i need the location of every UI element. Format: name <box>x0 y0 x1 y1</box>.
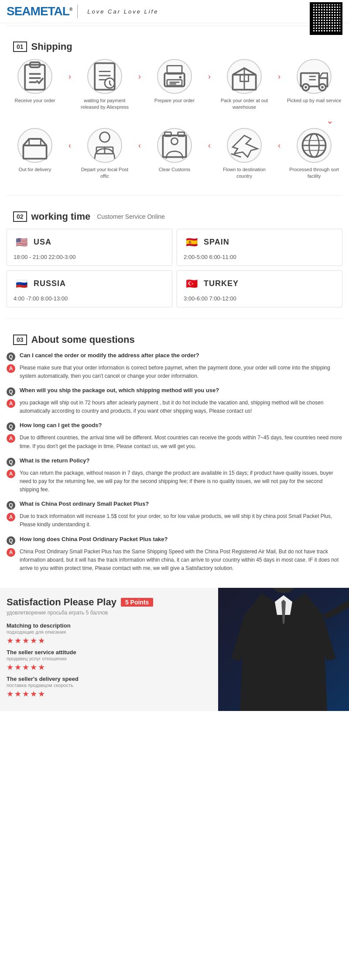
country-header-turkey: 🇹🇷 TURKEY <box>184 276 335 292</box>
step-circle-10 <box>297 128 332 163</box>
faq-a-text-6: China Post Oridinary Small Packet Plus h… <box>20 548 342 573</box>
logo-sea: SEA <box>7 4 31 18</box>
step-circle-4 <box>227 59 262 94</box>
truck-icon <box>298 60 331 93</box>
working-time-number: 02 <box>13 211 27 222</box>
faq-a-text-2: you package will ship out in 72 hours af… <box>20 399 342 415</box>
step-label-4: Pack your order at out warehouse <box>216 97 273 111</box>
faq-q-text-3: How long can I get the goods? <box>20 422 102 428</box>
faq-a-4: A You can return the package, without re… <box>7 469 342 494</box>
qr-inner <box>312 4 340 33</box>
logo: SEAMETAL® <box>7 4 72 18</box>
flag-russia: 🇷🇺 <box>14 276 29 292</box>
svg-point-15 <box>179 76 181 79</box>
faq-q-3: Q How long can I get the goods? <box>7 422 342 431</box>
faq-section: 03 About some questions Q Can I cancel t… <box>0 321 349 588</box>
country-card-russia: 🇷🇺 RUSSIA 4:00 -7:00 8:00-13:00 <box>7 270 172 307</box>
country-card-usa: 🇺🇸 USA 18:00 - 21:00 22:00-3:00 <box>7 229 172 266</box>
faq-q-1: Q Can I cancel the order or modify the a… <box>7 352 342 361</box>
country-hours-spain: 2:00-5:00 6:00-11:00 <box>184 254 335 260</box>
steps-row-2: Out for delivery ‹ Depart your local Pos… <box>7 128 342 180</box>
country-header-russia: 🇷🇺 RUSSIA <box>14 276 165 292</box>
faq-a-6: A China Post Oridinary Small Packet Plus… <box>7 548 342 573</box>
satisfaction-section: Satisfaction Please Play 5 Points удовле… <box>0 588 349 711</box>
faq-q-badge-3: Q <box>7 422 15 431</box>
step-label-7: Depart your local Post offic <box>76 166 133 180</box>
country-name-russia: RUSSIA <box>34 279 66 288</box>
step-pack-order: Pack your order at out warehouse <box>216 59 273 111</box>
faq-q-text-1: Can I cancel the order or modify the add… <box>20 352 199 359</box>
flag-usa: 🇺🇸 <box>14 235 29 250</box>
country-card-spain: 🇪🇸 SPAIN 2:00-5:00 6:00-11:00 <box>177 229 342 266</box>
step-label-2: waiting for payment released by Aliexpre… <box>76 97 133 111</box>
step-picked-up: Picked up by mail service <box>286 59 342 104</box>
logo-reg: ® <box>69 7 72 12</box>
country-header-usa: 🇺🇸 USA <box>14 235 165 250</box>
svg-rect-38 <box>164 132 171 136</box>
faq-item-1: Q Can I cancel the order or modify the a… <box>7 352 342 380</box>
svg-rect-0 <box>25 65 45 90</box>
step-prepare-order: Prepare your order <box>146 59 203 104</box>
faq-a-text-5: Due to track information will increase 1… <box>20 512 342 529</box>
faq-a-badge-1: A <box>7 364 15 373</box>
faq-a-badge-3: A <box>7 434 15 443</box>
svg-rect-35 <box>163 135 186 157</box>
down-arrow: ⌄ <box>7 115 342 126</box>
step-flown: Flown to destination country <box>216 128 273 180</box>
flag-turkey: 🇹🇷 <box>184 276 199 292</box>
working-time-section: 02 working time Customer Service Online … <box>0 198 349 316</box>
country-name-turkey: TURKEY <box>204 279 239 288</box>
step-label-8: Clear Customs <box>159 166 191 173</box>
satisfaction-right <box>218 588 349 711</box>
faq-a-text-3: Due to different countries, the arrival … <box>20 434 342 450</box>
shipping-title: Shipping <box>31 41 72 52</box>
faq-a-text-4: You can return the package, without reas… <box>20 469 342 494</box>
arrow-6: ‹ <box>138 141 141 150</box>
working-divider <box>7 318 342 319</box>
faq-item-6: Q How long does China Post Oridinary Pac… <box>7 536 342 573</box>
faq-a-badge-6: A <box>7 548 15 557</box>
faq-a-badge-2: A <box>7 399 15 408</box>
printer-icon <box>158 60 191 93</box>
country-grid: 🇺🇸 USA 18:00 - 21:00 22:00-3:00 🇪🇸 SPAIN… <box>7 229 342 307</box>
faq-q-badge-2: Q <box>7 387 15 396</box>
svg-rect-29 <box>23 145 46 159</box>
working-time-subtitle: Customer Service Online <box>97 213 165 220</box>
faq-item-5: Q What is China Post ordinary Small Pack… <box>7 500 342 529</box>
faq-q-2: Q When will you ship the package out, wh… <box>7 387 342 396</box>
satisfaction-title-text: Satisfaction Please Play <box>7 597 116 608</box>
flag-spain: 🇪🇸 <box>184 235 199 250</box>
step-circle-7 <box>87 128 122 163</box>
clipboard-icon <box>18 60 51 93</box>
faq-q-badge-1: Q <box>7 352 15 361</box>
faq-q-text-5: What is China Post ordinary Small Packet… <box>20 500 149 507</box>
step-circle-1 <box>17 59 52 94</box>
step-circle-2 <box>87 59 122 94</box>
faq-q-badge-5: Q <box>7 501 15 510</box>
step-circle-5 <box>297 59 332 94</box>
country-name-spain: SPAIN <box>204 238 229 247</box>
faq-header: 03 About some questions <box>13 334 336 345</box>
step-receive-order: Receive your order <box>7 59 63 104</box>
arrow-4: › <box>278 72 281 81</box>
customs-icon <box>158 129 191 162</box>
faq-q-text-4: What is the return Policy? <box>20 457 89 464</box>
header-divider <box>7 25 342 26</box>
working-time-title: working time <box>31 211 91 222</box>
logo-metal: METAL <box>31 4 69 18</box>
step-label-6: Out for delivery <box>19 166 51 173</box>
step-label-9: Flown to destination country <box>216 166 273 180</box>
faq-q-text-2: When will you ship the package out, whic… <box>20 387 219 393</box>
step-depart-post: Depart your local Post offic <box>76 128 133 180</box>
arrow-5: ‹ <box>68 141 71 150</box>
shipping-number: 01 <box>13 41 27 52</box>
svg-point-24 <box>305 86 307 89</box>
shipping-section: 01 Shipping Receive your order › <box>0 28 349 193</box>
globe-icon <box>298 129 331 162</box>
country-card-turkey: 🇹🇷 TURKEY 3:00-6:00 7:00-12:00 <box>177 270 342 307</box>
arrow-8: ‹ <box>278 141 281 150</box>
country-hours-russia: 4:00 -7:00 8:00-13:00 <box>14 295 165 302</box>
svg-rect-5 <box>95 63 115 90</box>
step-circle-9 <box>227 128 262 163</box>
person-silhouette <box>218 588 349 711</box>
